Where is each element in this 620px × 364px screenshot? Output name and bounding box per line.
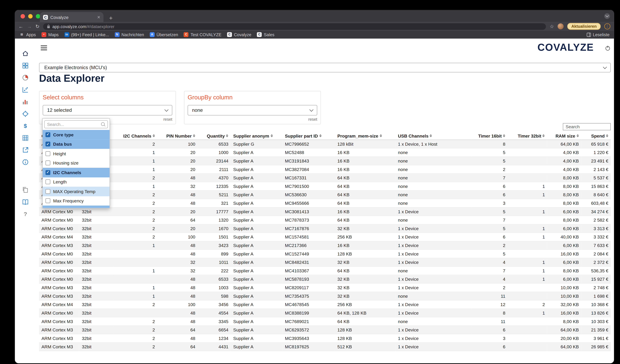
column-search-input[interactable] xyxy=(44,120,108,128)
table-cell: Supplier A xyxy=(231,207,282,216)
column-header-timer-16bit[interactable]: Timer 16bit xyxy=(471,132,508,140)
browser-menu-icon[interactable]: ⋮ xyxy=(604,23,610,29)
sidebar-target-icon[interactable] xyxy=(22,110,29,117)
forward-button[interactable]: → xyxy=(27,24,32,29)
sidebar-copy-icon[interactable] xyxy=(22,186,29,193)
column-header-quantity[interactable]: Quantity xyxy=(198,132,231,140)
table-cell: 23 491 € xyxy=(581,157,611,165)
column-option-height[interactable]: Height xyxy=(43,149,109,158)
column-option-i2c-channels[interactable]: ✓I2C Channels xyxy=(43,168,109,177)
table-cell: 6,00 KB xyxy=(547,207,581,216)
column-header-i2c-channels[interactable]: I2C Channels xyxy=(113,132,157,140)
column-header-ram-size[interactable]: RAM size xyxy=(547,132,581,140)
table-row: ARM Cortex M032bit22017777Supplier AMC30… xyxy=(39,207,611,216)
tab-close-icon[interactable]: × xyxy=(97,15,100,20)
sidebar-matrix-icon[interactable] xyxy=(22,134,29,142)
table-cell: Supplier A xyxy=(231,300,282,309)
table-cell: ARM Cortex M0 xyxy=(39,207,79,216)
update-button[interactable]: Aktualisieren xyxy=(567,23,601,30)
bookmark-item-sales[interactable]: CSales xyxy=(257,32,274,37)
table-cell: 3 313 € xyxy=(581,224,611,233)
bookmark-star-icon[interactable]: ☆ xyxy=(550,24,554,29)
window-minimize-button[interactable] xyxy=(28,14,32,19)
column-option-max-operating-temp[interactable]: MAX Operating Temp xyxy=(43,187,109,196)
address-bar[interactable]: app.covalyze.com/#/dataexplorer xyxy=(43,23,546,29)
sidebar-info-icon[interactable] xyxy=(22,158,29,166)
sidebar-data-map-icon[interactable] xyxy=(22,62,29,69)
table-cell: 1 x Device xyxy=(396,250,471,258)
bookmark-label: (99+) Feed | Linke... xyxy=(71,32,109,37)
reading-list-button[interactable]: Leseliste xyxy=(586,32,609,37)
column-header-usb-channels[interactable]: USB Channels xyxy=(396,132,471,140)
groupby-select[interactable]: none xyxy=(188,105,317,116)
bookmark-item-covalyze[interactable]: CCovalyze xyxy=(227,32,251,37)
window-zoom-button[interactable] xyxy=(36,14,40,19)
column-option-data-bus[interactable]: ✓Data bus xyxy=(43,139,109,149)
columns-dropdown: ✓Core type✓Data busHeightHousing size✓I2… xyxy=(42,118,110,208)
bookmark-item-maps[interactable]: •Maps xyxy=(42,32,59,37)
table-cell: 32bit xyxy=(79,300,113,309)
column-header-supplier-anonym[interactable]: Supplier anonym xyxy=(231,132,282,140)
column-header-supplier-part-id[interactable]: Supplier part ID xyxy=(282,132,335,140)
table-row: ARM Cortex M032bit2641320Supplier AMC787… xyxy=(39,216,611,224)
column-option-length[interactable]: Length xyxy=(43,177,109,187)
sidebar-histogram-icon[interactable] xyxy=(22,98,29,105)
table-cell: 6654 xyxy=(198,326,231,334)
column-header-spend[interactable]: Spend xyxy=(581,132,611,140)
bookmark-item-apps[interactable]: ⊞Apps xyxy=(19,32,36,37)
power-logout-icon[interactable] xyxy=(605,45,611,53)
column-option-partial[interactable] xyxy=(43,205,109,208)
column-header-timer-32bit[interactable]: Timer 32bit xyxy=(508,132,547,140)
table-cell: none xyxy=(396,292,471,300)
table-cell: 1 220 € xyxy=(581,148,611,157)
table-cell: Supplier A xyxy=(231,157,282,165)
column-option-housing-size[interactable]: Housing size xyxy=(43,158,109,168)
column-option-max-frequency[interactable]: Max Frequency xyxy=(43,196,109,205)
column-header-program-mem-size[interactable]: Program_mem-size xyxy=(335,132,396,140)
groupby-reset-link[interactable]: reset xyxy=(188,117,317,121)
column-option-core-type[interactable]: ✓Core type xyxy=(43,130,109,139)
tab-search-icon[interactable] xyxy=(604,13,610,19)
table-cell: 100 xyxy=(157,140,198,148)
table-cell xyxy=(508,283,547,292)
sidebar-docs-book-icon[interactable] xyxy=(22,198,29,205)
new-tab-button[interactable]: + xyxy=(109,15,113,21)
table-cell: 1 xyxy=(113,165,157,174)
column-option-label: Max Frequency xyxy=(53,199,84,203)
bookmark-items: ⊞Apps•Mapsin(99+) Feed | Linke...NNachri… xyxy=(19,32,274,37)
table-cell: 1 xyxy=(113,157,157,165)
column-header-pin-number[interactable]: PIN Number xyxy=(157,132,198,140)
reload-button[interactable]: ↻ xyxy=(35,24,40,29)
table-cell: MC7354375 xyxy=(282,292,335,300)
table-search-input[interactable] xyxy=(563,123,611,130)
table-cell: MC6293572 xyxy=(282,326,335,334)
bookmark-item-test-covalyze[interactable]: CTest COVALYZE xyxy=(184,32,221,37)
table-cell: none xyxy=(396,174,471,182)
profile-avatar[interactable] xyxy=(558,23,564,29)
sidebar-home-icon[interactable] xyxy=(22,49,29,57)
bookmarks-bar: ⊞Apps•Mapsin(99+) Feed | Linke...NNachri… xyxy=(15,30,614,39)
table-cell: Supplier A xyxy=(231,343,282,351)
table-cell: MC7996652 xyxy=(282,140,335,148)
sidebar-scatter-plot-icon[interactable] xyxy=(22,86,29,93)
table-cell: 128 kBit xyxy=(335,140,396,148)
columns-multiselect[interactable]: 12 selected xyxy=(43,105,172,116)
bookmark-item-nachrichten[interactable]: NNachrichten xyxy=(115,32,144,37)
table-cell: 6,00 KB xyxy=(547,258,581,267)
bookmark-item-99-feed-linke[interactable]: in(99+) Feed | Linke... xyxy=(64,32,109,37)
dataset-select[interactable]: Example Electronics (MCU's) xyxy=(39,63,611,73)
bookmark-item-bersetzen[interactable]: AÜbersetzen xyxy=(150,32,178,37)
covalyze-favicon-icon: C xyxy=(227,32,232,37)
sidebar-pie-analysis-icon[interactable] xyxy=(22,73,29,81)
menu-toggle-button[interactable] xyxy=(41,45,47,50)
sidebar-price-icon[interactable]: $ xyxy=(22,122,29,130)
browser-tab[interactable]: C Covalyze × xyxy=(40,12,104,22)
table-cell xyxy=(508,317,547,326)
table-cell: 2 xyxy=(113,334,157,343)
sidebar-help-icon[interactable]: ? xyxy=(22,210,29,218)
news-icon: N xyxy=(115,32,120,37)
window-close-button[interactable] xyxy=(21,14,25,19)
table-cell: 12 xyxy=(471,300,508,309)
sidebar-export-icon[interactable] xyxy=(22,146,29,154)
back-button[interactable]: ← xyxy=(19,24,23,29)
